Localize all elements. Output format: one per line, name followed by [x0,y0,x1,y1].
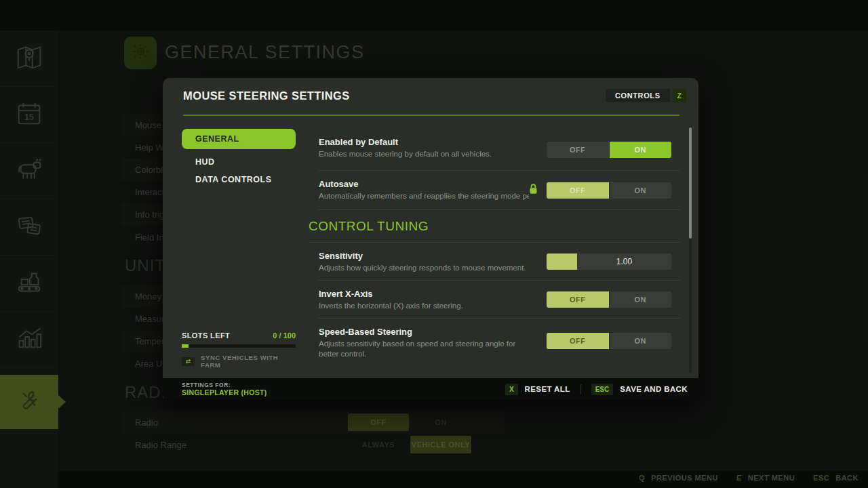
dialog-footer: SETTINGS FOR: SINGLEPLAYER (HOST) X RESE… [163,378,698,400]
scrollbar-track[interactable] [689,125,692,373]
toggle-on-option[interactable]: ON [610,291,672,308]
sensitivity-slider[interactable]: 1.00 [547,253,671,270]
setting-desc: Automatically remembers and reapplies th… [319,191,529,201]
slots-left-panel: SLOTS LEFT 0 / 100 ⇄ SYNC VEHICLES WITH … [182,331,296,369]
enabled-by-default-toggle: OFF ON [547,142,671,158]
dialog-tabs: GENERAL HUD DATA CONTROLS [182,129,296,184]
setting-label: Autosave [319,179,529,189]
key-esc-badge: ESC [591,384,614,395]
setting-desc: Enables mouse steering by default on all… [319,149,542,159]
header-divider [183,115,679,116]
toggle-on-option: ON [610,182,672,199]
save-and-back-button[interactable]: SAVE AND BACK [620,385,688,393]
toggle-on-option[interactable]: ON [610,333,672,349]
setting-label: Enabled by Default [319,137,542,147]
setting-row-invert-x-axis: Invert X-Axis Inverts the horizontal (X)… [319,281,679,319]
invert-x-axis-toggle: OFF ON [547,291,671,308]
lock-icon [528,182,538,198]
setting-row-autosave: Autosave Automatically remembers and rea… [319,171,679,210]
reset-all-button[interactable]: RESET ALL [525,385,570,393]
scrollbar-thumb[interactable] [689,127,692,239]
setting-desc: Inverts the horizontal (X) axis for stee… [319,301,542,311]
speed-based-steering-toggle: OFF ON [547,333,671,349]
settings-for-label: SETTINGS FOR: [182,382,267,388]
tab-hud[interactable]: HUD [182,157,296,167]
toggle-off-option[interactable]: OFF [547,291,609,308]
dialog-title: MOUSE STEERING SETTINGS [183,89,350,102]
tab-data-controls[interactable]: DATA CONTROLS [182,175,296,184]
footer-separator [580,384,581,394]
sync-key-icon: ⇄ [182,357,195,366]
setting-row-sensitivity: Sensitivity Adjusts how quickly steering… [319,243,679,281]
controls-button-label[interactable]: CONTROLS [606,89,670,102]
slots-progress-fill [182,344,189,348]
setting-row-speed-based-steering: Speed-Based Steering Adjusts sensitivity… [319,319,679,363]
sync-vehicles-row: ⇄ SYNC VEHICLES WITH FARM [182,354,296,369]
setting-label: Speed-Based Steering [319,327,529,337]
slots-left-value: 0 / 100 [273,331,296,340]
mouse-steering-settings-dialog: MOUSE STEERING SETTINGS CONTROLS Z GENER… [163,78,698,400]
controls-button[interactable]: CONTROLS Z [606,89,686,102]
toggle-off-option[interactable]: OFF [547,142,609,158]
toggle-on-option[interactable]: ON [610,142,672,158]
settings-for-value: SINGLEPLAYER (HOST) [182,388,267,396]
tab-general[interactable]: GENERAL [182,129,296,149]
autosave-toggle: OFF ON [547,182,671,199]
setting-desc: Adjusts how quickly steering responds to… [319,263,542,273]
screen: 15 GENERAL SETTINGS Mouse St Help Win Co… [0,0,868,488]
slider-value: 1.00 [577,253,671,270]
key-x-badge: X [505,384,518,395]
setting-desc: Adjusts sensitivity based on speed and s… [319,339,529,359]
key-z-badge: Z [673,89,686,102]
slots-progress-bar [182,344,296,348]
toggle-off-option[interactable]: OFF [547,333,609,349]
setting-label: Invert X-Axis [319,289,542,299]
slider-fill [547,253,577,270]
toggle-off-option: OFF [547,182,609,199]
section-header-control-tuning: CONTROL TUNING [309,210,679,243]
sync-vehicles-label: SYNC VEHICLES WITH FARM [201,354,296,369]
setting-row-enabled-by-default: Enabled by Default Enables mouse steerin… [319,129,679,171]
slots-left-label: SLOTS LEFT [182,331,230,340]
setting-label: Sensitivity [319,251,542,261]
settings-for-block: SETTINGS FOR: SINGLEPLAYER (HOST) [182,382,267,396]
